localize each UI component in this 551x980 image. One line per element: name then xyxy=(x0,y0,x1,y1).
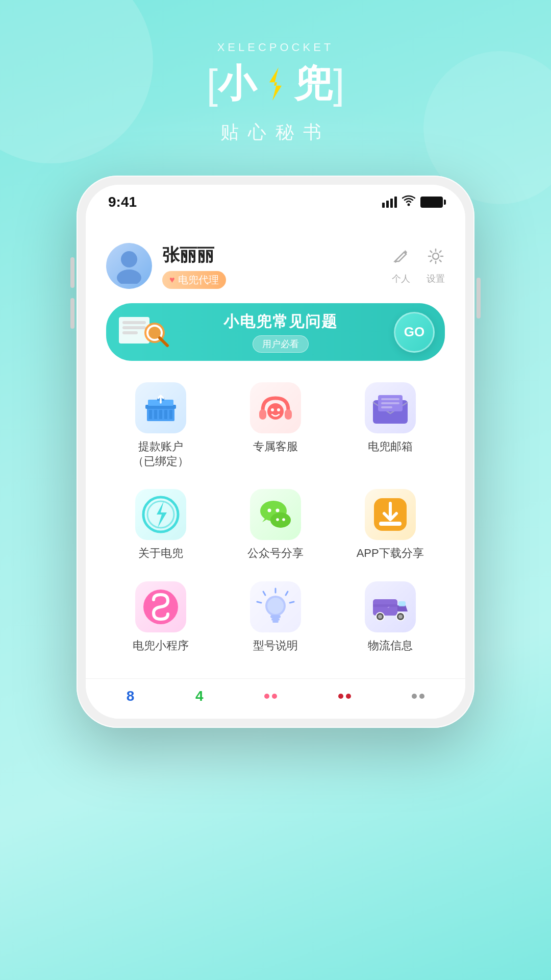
svg-rect-54 xyxy=(373,604,397,607)
menu-item-withdrawal[interactable]: 提款账户 （已绑定） xyxy=(106,377,216,474)
svg-rect-22 xyxy=(285,409,292,420)
app-subtitle: 贴心秘书 xyxy=(0,120,551,145)
action-personal[interactable]: 个人 xyxy=(392,247,410,285)
menu-item-mini-program[interactable]: 电兜小程序 xyxy=(106,576,216,658)
menu-item-logistics[interactable]: 物流信息 xyxy=(335,576,445,658)
svg-point-38 xyxy=(282,518,285,521)
profile-row: 张丽丽 ♥ 电兜代理 xyxy=(106,243,445,289)
menu-item-service[interactable]: 专属客服 xyxy=(221,377,331,474)
nav-dots-4 xyxy=(338,694,351,699)
avatar xyxy=(106,243,152,289)
faq-text-area: 小电兜常见问题 用户必看 xyxy=(167,311,394,353)
mini-program-icon xyxy=(140,586,181,627)
logo-area: XELECPOCKET [ 小 兜 ] 贴心秘书 xyxy=(0,0,551,145)
mini-program-icon-wrap xyxy=(135,581,186,632)
action-settings[interactable]: 设置 xyxy=(427,247,445,285)
menu-grid: 提款账户 （已绑定） xyxy=(106,377,445,658)
svg-rect-16 xyxy=(149,410,152,419)
svg-point-2 xyxy=(117,270,141,284)
nav-dots-5 xyxy=(412,694,424,699)
nav-dots-3 xyxy=(264,694,277,699)
svg-line-44 xyxy=(290,602,294,603)
svg-rect-50 xyxy=(271,618,280,621)
svg-line-45 xyxy=(263,592,265,595)
svg-rect-29 xyxy=(381,402,399,404)
faq-subtitle: 用户必看 xyxy=(253,335,309,353)
faq-title: 小电兜常见问题 xyxy=(167,311,394,332)
model-icon-wrap xyxy=(250,581,301,632)
status-time: 9:41 xyxy=(108,194,137,210)
withdrawal-icon-wrap xyxy=(135,382,186,433)
svg-line-11 xyxy=(160,338,167,346)
svg-point-23 xyxy=(267,403,284,420)
app-name-en: XELECPOCKET xyxy=(0,41,551,54)
menu-item-mailbox[interactable]: 电兜邮箱 xyxy=(335,377,445,474)
avatar-person-icon xyxy=(114,248,144,284)
download-icon xyxy=(370,494,411,535)
battery-icon xyxy=(420,197,443,208)
logistics-label: 物流信息 xyxy=(368,639,413,653)
svg-rect-8 xyxy=(122,331,138,334)
svg-point-56 xyxy=(378,615,382,619)
svg-point-0 xyxy=(408,204,410,206)
phone-content: 张丽丽 ♥ 电兜代理 xyxy=(86,233,465,678)
svg-rect-21 xyxy=(259,409,266,420)
nav-item-4[interactable] xyxy=(338,694,351,699)
gear-icon xyxy=(427,247,445,270)
mini-program-label: 电兜小程序 xyxy=(133,639,189,653)
svg-rect-49 xyxy=(270,615,281,618)
mailbox-icon xyxy=(370,390,411,426)
truck-icon xyxy=(370,589,411,625)
svg-rect-18 xyxy=(159,410,162,419)
faq-go-button[interactable]: GO xyxy=(394,312,435,353)
svg-rect-19 xyxy=(164,410,167,419)
headphone-icon xyxy=(255,389,296,427)
logistics-icon-wrap xyxy=(365,581,416,632)
nav-badge-1: 8 xyxy=(127,688,135,704)
menu-item-share[interactable]: 公众号分享 xyxy=(221,484,331,566)
about-icon-wrap xyxy=(135,489,186,540)
nav-item-3[interactable] xyxy=(264,694,277,699)
nav-badge-2: 4 xyxy=(195,688,204,704)
menu-item-about[interactable]: 关于电兜 xyxy=(106,484,216,566)
svg-point-36 xyxy=(276,508,279,512)
faq-icon-area xyxy=(116,312,167,353)
badge-text: 电兜代理 xyxy=(178,273,219,287)
share-icon-wrap xyxy=(250,489,301,540)
phone-inner: 9:41 xyxy=(86,185,465,719)
faq-magnifier-icon xyxy=(142,320,170,350)
service-icon-wrap xyxy=(250,382,301,433)
mailbox-label: 电兜邮箱 xyxy=(368,439,413,454)
withdrawal-label: 提款账户 （已绑定） xyxy=(133,439,189,469)
svg-point-35 xyxy=(267,508,271,512)
menu-item-model[interactable]: 型号说明 xyxy=(221,576,331,658)
svg-rect-28 xyxy=(381,398,399,400)
svg-point-48 xyxy=(267,598,284,614)
service-label: 专属客服 xyxy=(253,439,298,454)
nav-item-1[interactable]: 8 xyxy=(127,688,135,704)
lightning-icon xyxy=(260,67,291,101)
svg-point-24 xyxy=(271,408,274,411)
username: 张丽丽 xyxy=(162,243,226,267)
svg-rect-30 xyxy=(381,406,392,408)
bulb-icon xyxy=(255,586,296,627)
svg-point-25 xyxy=(277,408,280,411)
signal-icon xyxy=(382,197,397,208)
nav-item-5[interactable] xyxy=(412,694,424,699)
phone-notch xyxy=(224,212,327,231)
user-badge: ♥ 电兜代理 xyxy=(162,271,226,289)
edit-icon xyxy=(392,247,410,270)
svg-rect-53 xyxy=(398,601,406,606)
withdrawal-icon xyxy=(143,391,179,425)
faq-banner[interactable]: 小电兜常见问题 用户必看 GO xyxy=(106,303,445,361)
volume-down-button xyxy=(70,298,74,329)
svg-point-37 xyxy=(276,518,279,521)
menu-item-app-download[interactable]: APP下载分享 xyxy=(335,484,445,566)
profile-info: 张丽丽 ♥ 电兜代理 xyxy=(162,243,226,289)
logo-bracket-right: ] xyxy=(333,64,344,105)
svg-rect-40 xyxy=(379,522,402,526)
logo-chinese: 小 兜 xyxy=(218,58,333,110)
phone-wrapper: 9:41 xyxy=(0,176,551,728)
power-button xyxy=(477,278,481,318)
nav-item-2[interactable]: 4 xyxy=(195,688,204,704)
